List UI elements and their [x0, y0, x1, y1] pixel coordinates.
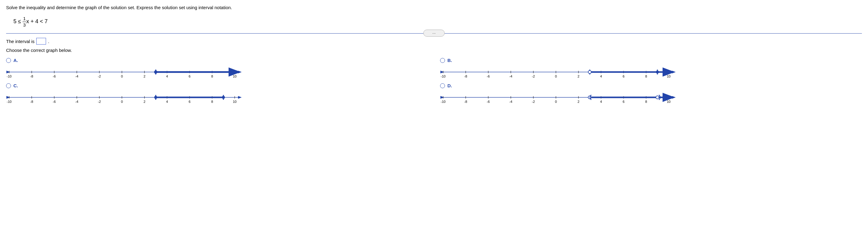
- svg-point-83: [154, 96, 157, 99]
- svg-point-85: [222, 96, 225, 99]
- svg-text:-4: -4: [75, 100, 78, 103]
- svg-text:8: 8: [645, 100, 647, 103]
- number-line-d: -10 -8 -6 -4 -2 0 2 4 6: [440, 89, 678, 105]
- problem-instruction: Solve the inequality and determine the g…: [6, 5, 862, 10]
- interval-suffix: .: [48, 39, 49, 44]
- svg-text:-10: -10: [7, 75, 11, 78]
- inequality-display: 5 ≤ 1 3 x + 4 < 7: [13, 16, 862, 28]
- radio-b[interactable]: [440, 58, 445, 63]
- graph-option-c: C. -10 -8 -6: [6, 83, 428, 105]
- svg-text:6: 6: [623, 100, 624, 103]
- svg-text:8: 8: [645, 75, 647, 78]
- number-line-c: -10 -8 -6 -4 -2 0 2 4 6: [6, 89, 244, 105]
- svg-text:-6: -6: [53, 75, 56, 78]
- svg-text:10: 10: [667, 75, 671, 78]
- svg-text:-2: -2: [532, 75, 535, 78]
- number-line-a: -10 -8 -6 -4 -2 0: [6, 64, 244, 80]
- svg-text:0: 0: [121, 75, 123, 78]
- svg-text:4: 4: [166, 75, 168, 78]
- svg-text:-6: -6: [487, 75, 490, 78]
- svg-text:2: 2: [144, 100, 145, 103]
- svg-text:-4: -4: [509, 100, 512, 103]
- interval-prefix: The interval is: [6, 39, 34, 44]
- svg-point-112: [656, 96, 659, 99]
- svg-text:6: 6: [189, 100, 190, 103]
- svg-text:2: 2: [578, 100, 579, 103]
- interval-answer-box[interactable]: [36, 38, 46, 45]
- svg-text:8: 8: [211, 100, 213, 103]
- option-d-label: D.: [447, 83, 452, 88]
- svg-text:10: 10: [233, 100, 237, 103]
- svg-text:10: 10: [667, 100, 671, 103]
- svg-text:6: 6: [189, 75, 190, 78]
- svg-text:-10: -10: [441, 75, 445, 78]
- svg-text:-6: -6: [53, 100, 56, 103]
- graphs-container: A.: [6, 58, 862, 105]
- svg-text:0: 0: [121, 100, 123, 103]
- graph-option-d: D. -10 -8 -6: [440, 83, 862, 105]
- svg-text:-4: -4: [509, 75, 512, 78]
- svg-text:-4: -4: [75, 75, 78, 78]
- svg-text:-8: -8: [30, 75, 33, 78]
- svg-text:-10: -10: [441, 100, 445, 103]
- graph-option-b: B. -10 -8 -6: [440, 58, 862, 80]
- svg-point-57: [656, 71, 659, 74]
- svg-text:4: 4: [600, 100, 602, 103]
- svg-text:-2: -2: [98, 100, 101, 103]
- svg-text:6: 6: [623, 75, 624, 78]
- choose-graph-label: Choose the correct graph below.: [6, 48, 862, 53]
- graph-option-a: A.: [6, 58, 428, 80]
- svg-text:4: 4: [600, 75, 602, 78]
- svg-text:-8: -8: [464, 75, 467, 78]
- dots-button[interactable]: ···: [423, 30, 445, 36]
- radio-d[interactable]: [440, 83, 445, 88]
- svg-text:4: 4: [166, 100, 168, 103]
- option-c-label: C.: [13, 83, 18, 88]
- svg-text:2: 2: [578, 75, 579, 78]
- svg-text:-6: -6: [487, 100, 490, 103]
- svg-point-56: [588, 71, 591, 74]
- number-line-b: -10 -8 -6 -4 -2 0 2 4 6: [440, 64, 678, 80]
- svg-text:-8: -8: [30, 100, 33, 103]
- svg-text:8: 8: [211, 75, 213, 78]
- option-b-label: B.: [447, 58, 452, 63]
- svg-text:0: 0: [555, 100, 557, 103]
- radio-a[interactable]: [6, 58, 11, 63]
- radio-c[interactable]: [6, 83, 11, 88]
- svg-text:-2: -2: [98, 75, 101, 78]
- svg-text:-2: -2: [532, 100, 535, 103]
- svg-text:0: 0: [555, 75, 557, 78]
- option-a-label: A.: [13, 58, 18, 63]
- svg-text:2: 2: [144, 75, 145, 78]
- svg-text:-8: -8: [464, 100, 467, 103]
- svg-text:-10: -10: [7, 100, 11, 103]
- svg-text:10: 10: [233, 75, 237, 78]
